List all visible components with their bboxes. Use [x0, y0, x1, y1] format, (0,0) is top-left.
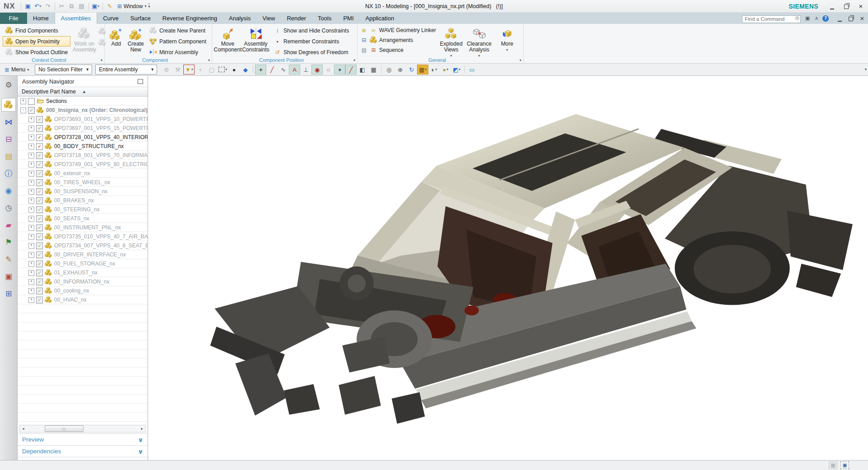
history-icon[interactable]: ◷: [1, 201, 16, 214]
scroll-left-icon[interactable]: ◂: [20, 425, 27, 432]
tree-item-label[interactable]: OPD73735_010_VPPS_40_7_AIR_BAGS__...: [54, 233, 148, 240]
exploded-views-button[interactable]: Exploded Views ▾: [438, 25, 464, 59]
tab-render[interactable]: Render: [281, 13, 312, 24]
component-checkbox[interactable]: ✓: [36, 116, 43, 123]
tab-home[interactable]: Home: [27, 13, 55, 24]
center-snap-icon[interactable]: ◉: [311, 65, 323, 74]
expander-icon[interactable]: +: [28, 198, 34, 204]
tree-item-label[interactable]: 00_cooling_nx: [54, 288, 89, 294]
marquee-select-icon[interactable]: ▾: [217, 65, 228, 74]
curve-snap-icon[interactable]: ∿: [278, 65, 289, 74]
component-checkbox[interactable]: ✓: [36, 261, 43, 267]
tree-item-label[interactable]: 00_FUEL_STORAGE_nx: [54, 261, 115, 267]
mirror-assembly-button[interactable]: Mirror Assembly: [147, 47, 209, 57]
assembly-context-icon[interactable]: ⚙: [161, 65, 172, 74]
navigation-gear-icon[interactable]: ⚙: [1, 78, 16, 92]
expander-icon[interactable]: +: [28, 126, 34, 131]
scroll-right-icon[interactable]: ▸: [139, 425, 145, 432]
tree-item-label[interactable]: 00_INFORMATION_nx: [54, 279, 109, 285]
expander-icon[interactable]: +: [28, 297, 34, 303]
tree-item-16[interactable]: +✓OPD73734_007_VPPS_40_6_SEAT_BELT...: [18, 241, 148, 250]
section-view-icon[interactable]: ◩▾: [451, 65, 462, 74]
tree-item-label[interactable]: OPD73693_001_VPPS_10_POWERTRAI...: [54, 116, 148, 122]
expander-icon[interactable]: +: [28, 270, 34, 276]
dialog-launcher-icon[interactable]: ▣: [803, 14, 812, 23]
tree-item-label[interactable]: OPD73728_001_VPPS_40_INTERIOR__vi...: [54, 134, 148, 140]
tree-item-label[interactable]: 00_HVAC_nx: [54, 297, 87, 303]
window-menu-button[interactable]: ⊞ Window ▾: [117, 3, 147, 9]
component-checkbox[interactable]: ✓: [36, 152, 43, 159]
show-product-outline-button[interactable]: Show Product Outline: [3, 47, 70, 57]
scrollbar-track[interactable]: |||: [27, 425, 139, 432]
tree-item-1[interactable]: -✓000_Insignia_nx (Order: Chronological): [18, 106, 148, 115]
tab-curve[interactable]: Curve: [97, 13, 125, 24]
process-studio-icon[interactable]: ▰: [1, 218, 16, 232]
expander-icon[interactable]: -: [20, 107, 26, 113]
mesh-display-icon[interactable]: ▦: [829, 461, 837, 469]
tree-item-21[interactable]: +✓00_cooling_nx: [18, 286, 148, 295]
fit-view-icon[interactable]: ▦▾: [417, 65, 428, 74]
tree-item-label[interactable]: Sections: [46, 98, 67, 104]
open-by-proximity-button[interactable]: Open by Proximity: [3, 36, 70, 47]
face-snap-icon[interactable]: ◧: [357, 65, 368, 74]
tab-application[interactable]: Application: [360, 13, 400, 24]
tree-item-11[interactable]: +✓00_BRAKES_nx: [18, 196, 148, 205]
measure-distance-icon[interactable]: ▭: [466, 65, 478, 74]
tree-item-label[interactable]: 01_EXHAUST_nx: [54, 270, 97, 276]
shaded-display-icon[interactable]: ◐▾: [428, 65, 440, 74]
tree-item-label[interactable]: OPD73697_001_VPPS_15_POWERTRAI...: [54, 125, 148, 131]
expander-icon[interactable]: +: [28, 279, 34, 285]
tree-item-0[interactable]: +Sections: [18, 97, 148, 106]
find-components-button[interactable]: Find Components: [3, 25, 70, 36]
remember-constraints-button[interactable]: ▪ Remember Constraints: [271, 36, 352, 47]
window-close-button[interactable]: ×: [857, 3, 864, 9]
snap-point-icon[interactable]: +: [255, 65, 266, 74]
tree-item-label[interactable]: 00_DRIVER_INTERFACE_nx: [54, 251, 126, 258]
tree-item-22[interactable]: +✓00_HVAC_nx: [18, 295, 148, 304]
tree-column-header[interactable]: Descriptive Part Name ▲: [18, 87, 148, 97]
pan-view-icon[interactable]: ⊕: [395, 65, 406, 74]
point-on-line-snap-icon[interactable]: ╱: [345, 65, 357, 74]
tree-item-14[interactable]: +✓00_INSTRUMENT_PNL_nx: [18, 223, 148, 232]
manufacturing-wizard-icon[interactable]: ⚑: [1, 235, 16, 249]
move-handles-icon[interactable]: +: [195, 65, 206, 74]
constraint-navigator-icon[interactable]: ⋈: [1, 115, 16, 129]
expander-icon[interactable]: +: [28, 189, 34, 195]
window-restore-button[interactable]: [843, 3, 850, 9]
window-minimize-button[interactable]: [828, 3, 836, 9]
intersection-snap-icon[interactable]: +: [334, 65, 345, 74]
document-close-button[interactable]: ×: [859, 15, 866, 22]
tree-item-label[interactable]: OPD73734_007_VPPS_40_6_SEAT_BELT...: [54, 242, 148, 249]
expander-icon[interactable]: +: [28, 261, 34, 267]
quadrant-snap-icon[interactable]: ○: [323, 65, 334, 74]
horizontal-scrollbar[interactable]: ◂ ||| ▸: [19, 425, 146, 433]
add-component-button[interactable]: + Add: [107, 25, 125, 47]
expander-icon[interactable]: +: [28, 162, 34, 168]
show-hide-icon[interactable]: ●: [228, 65, 240, 74]
tree-item-label[interactable]: 00_BRAKES_nx: [54, 197, 94, 204]
component-checkbox[interactable]: ✓: [36, 233, 43, 240]
tree-item-label[interactable]: 00_SUSPENSION_nx: [54, 188, 107, 195]
tree-item-15[interactable]: +✓OPD73735_010_VPPS_40_7_AIR_BAGS__...: [18, 232, 148, 241]
expander-icon[interactable]: +: [28, 207, 34, 213]
component-checkbox[interactable]: [28, 98, 35, 105]
copy-icon[interactable]: ⧉: [67, 2, 77, 11]
quick-access-overflow-icon[interactable]: ▾: [148, 4, 150, 9]
tree-item-20[interactable]: +✓00_INFORMATION_nx: [18, 277, 148, 286]
component-checkbox[interactable]: ✓: [36, 197, 43, 204]
tab-file[interactable]: File: [0, 13, 27, 24]
tree-item-label[interactable]: 00_exteroir_nx: [54, 170, 90, 177]
expander-icon[interactable]: +: [28, 216, 34, 222]
expander-icon[interactable]: +: [28, 225, 34, 231]
help-icon[interactable]: ?: [822, 15, 829, 22]
create-new-button[interactable]: + Create New: [127, 25, 144, 53]
fit-window-icon[interactable]: ▣: [840, 461, 849, 469]
roles-icon[interactable]: ✎: [1, 252, 16, 266]
endpoint-snap-icon[interactable]: ╱: [266, 65, 278, 74]
tab-surface[interactable]: Surface: [125, 13, 157, 24]
cut-icon[interactable]: ✂: [57, 2, 67, 11]
tree-item-label[interactable]: 00_INSTRUMENT_PNL_nx: [54, 224, 121, 231]
redo-icon[interactable]: ↷: [43, 2, 53, 11]
car-body-3d-model[interactable]: [148, 76, 868, 460]
expander-icon[interactable]: +: [28, 252, 34, 258]
